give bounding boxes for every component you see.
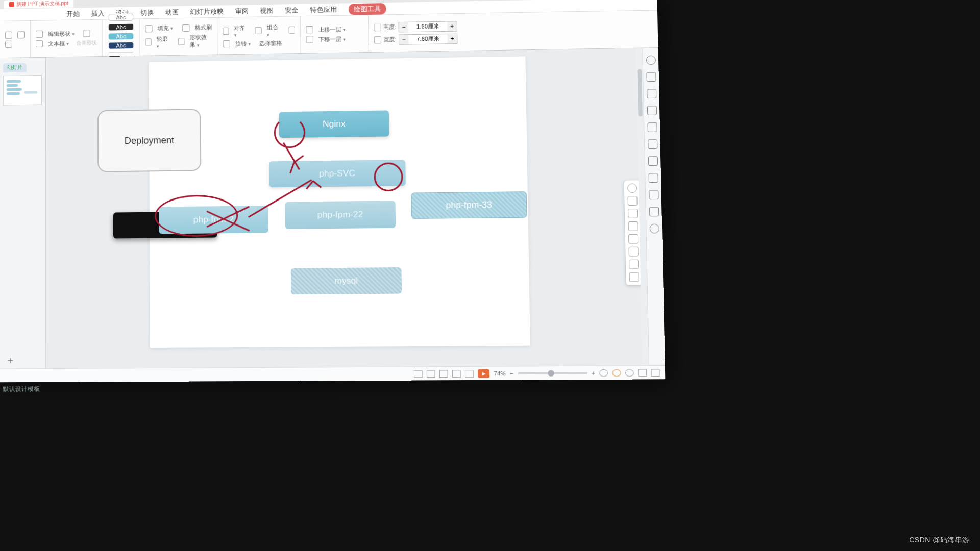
redo-icon[interactable] xyxy=(17,31,24,38)
frame-icon[interactable] xyxy=(629,247,639,257)
width-spinner[interactable]: − + xyxy=(399,33,458,44)
outline-button[interactable]: 轮廓 xyxy=(157,35,169,49)
more-icon[interactable] xyxy=(629,272,639,282)
menu-start[interactable]: 开始 xyxy=(66,9,80,18)
menu-slideshow[interactable]: 幻灯片放映 xyxy=(190,7,224,16)
height-icon xyxy=(374,23,381,31)
view-normal-icon[interactable] xyxy=(427,370,435,378)
group-button[interactable]: 组合 xyxy=(267,23,280,37)
height-minus-button[interactable]: − xyxy=(399,22,409,32)
plugin-icon[interactable] xyxy=(638,369,647,377)
pen-icon[interactable] xyxy=(628,221,638,231)
picture-icon[interactable] xyxy=(648,173,658,183)
slide-thumbnail-1[interactable] xyxy=(3,75,42,105)
align-icon xyxy=(223,28,229,35)
home-icon[interactable] xyxy=(646,56,655,65)
outline-icon xyxy=(145,38,152,45)
fit-screen-icon[interactable] xyxy=(599,369,608,377)
shape-deployment[interactable]: Deployment xyxy=(97,109,201,172)
selpane-icon xyxy=(288,27,295,34)
image-icon[interactable] xyxy=(648,139,657,149)
play-slideshow-button[interactable]: ▶ xyxy=(478,369,489,378)
textbox-button[interactable]: 文本框 xyxy=(48,39,69,47)
menu-review[interactable]: 审阅 xyxy=(235,6,249,16)
ppt-icon xyxy=(9,2,14,7)
width-plus-button[interactable]: + xyxy=(448,34,457,43)
fill-button[interactable]: 填充 xyxy=(158,24,173,32)
watermark: CSDN @码海串游 xyxy=(909,536,970,545)
shape-php-fpm-3-selected[interactable]: php-fpm-33 xyxy=(411,191,527,219)
layers-icon[interactable] xyxy=(628,209,638,218)
view-outline-icon[interactable] xyxy=(465,370,474,378)
width-input[interactable] xyxy=(408,34,447,44)
zoom-slider-knob[interactable] xyxy=(548,370,554,377)
scrollbar-thumb[interactable] xyxy=(638,69,643,117)
shape-style-gallery[interactable]: Abc Abc Abc Abc Abc xyxy=(103,19,140,56)
shape-effects-button[interactable]: 形状效果 xyxy=(190,33,212,49)
add-slide-button[interactable]: + xyxy=(5,355,16,367)
send-backward-button[interactable]: 下移一层 xyxy=(318,35,346,43)
style-swatch-3[interactable]: Abc xyxy=(109,33,133,39)
selection-pane-button[interactable]: 选择窗格 xyxy=(259,39,282,47)
workspace: 幻灯片 + Deployment Nginx php-SVC php php-f… xyxy=(0,48,665,368)
qat-icon[interactable] xyxy=(5,40,12,47)
height-label: 高度: xyxy=(383,23,397,31)
replace-icon[interactable] xyxy=(628,234,638,244)
cloud-icon[interactable] xyxy=(647,89,656,98)
merge-icon xyxy=(83,30,90,37)
rotate-button[interactable]: 旋转 xyxy=(235,40,251,48)
menu-special[interactable]: 特色应用 xyxy=(310,5,337,14)
zoom-out-icon[interactable] xyxy=(627,183,637,193)
settings-icon[interactable] xyxy=(651,369,659,377)
menu-drawing-tools[interactable]: 绘图工具 xyxy=(349,3,386,15)
annotation-circle-1 xyxy=(274,117,305,148)
slide-canvas[interactable]: Deployment Nginx php-SVC php php-fpm-2 p… xyxy=(149,56,530,347)
text-style-icon[interactable] xyxy=(629,260,639,269)
shape-props-icon[interactable] xyxy=(646,72,656,82)
style-swatch-4[interactable]: Abc xyxy=(109,42,133,48)
list-icon[interactable] xyxy=(647,122,657,132)
ai-design-icon[interactable] xyxy=(628,196,638,206)
height-spinner[interactable]: − + xyxy=(399,21,458,32)
share-icon[interactable] xyxy=(648,156,657,166)
menu-insert[interactable]: 插入 xyxy=(91,9,104,18)
width-minus-button[interactable]: − xyxy=(399,35,409,44)
align-button[interactable]: 对齐 xyxy=(234,24,247,38)
view-reading-icon[interactable] xyxy=(452,370,461,378)
menu-transition[interactable]: 切换 xyxy=(140,8,154,17)
shape-php-fpm-2[interactable]: php-fpm-22 xyxy=(285,201,396,229)
status-bar: 默认设计模板 ▶ 74% − + xyxy=(0,365,665,382)
height-plus-button[interactable]: + xyxy=(447,21,457,31)
moon-icon[interactable] xyxy=(625,369,634,377)
view-sorter-icon[interactable] xyxy=(439,370,448,378)
document-tab[interactable]: 新建 PPT 演示文稿.ppt xyxy=(4,0,74,9)
undo-icon[interactable] xyxy=(5,31,12,38)
zoom-out-button[interactable]: − xyxy=(510,370,513,377)
group-icon xyxy=(255,27,262,34)
zoom-slider[interactable] xyxy=(518,372,587,374)
send-backward-icon xyxy=(306,36,313,43)
style-swatch-2[interactable]: Abc xyxy=(109,23,133,30)
help-icon[interactable] xyxy=(649,224,659,234)
menu-animation[interactable]: 动画 xyxy=(165,8,179,17)
slide-panel-tab[interactable]: 幻灯片 xyxy=(3,63,27,72)
menu-view[interactable]: 视图 xyxy=(260,6,274,15)
style-swatch-5[interactable] xyxy=(109,52,133,53)
height-input[interactable] xyxy=(408,21,447,32)
zoom-in-button[interactable]: + xyxy=(592,370,595,377)
annotation-circle-2 xyxy=(374,162,403,191)
format-painter-button[interactable]: 格式刷 xyxy=(194,23,212,32)
font-icon[interactable] xyxy=(647,106,656,115)
painter-icon xyxy=(182,24,189,31)
shape-mysql[interactable]: mysql xyxy=(291,267,402,294)
edit-shape-button[interactable]: 编辑形状 xyxy=(48,30,75,38)
lang-icon[interactable] xyxy=(612,369,621,377)
history-icon[interactable] xyxy=(649,207,658,217)
merge-shapes-button[interactable]: 合并形状 xyxy=(76,39,96,47)
audio-icon[interactable] xyxy=(649,190,658,199)
menu-security[interactable]: 安全 xyxy=(285,5,299,15)
bring-forward-button[interactable]: 上移一层 xyxy=(318,25,346,33)
notes-icon[interactable] xyxy=(414,370,423,378)
style-swatch-1[interactable]: Abc xyxy=(109,13,133,21)
effects-icon xyxy=(179,38,185,45)
